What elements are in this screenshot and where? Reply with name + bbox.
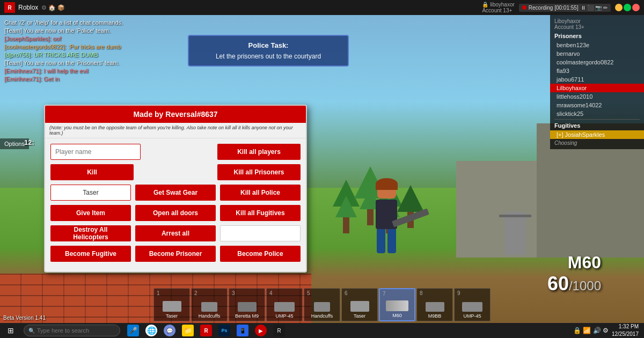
chat-line: [Team] You are now on the 'Police' team.	[4, 27, 151, 34]
inventory-slot-3[interactable]: 3 Beretta M9	[229, 288, 265, 321]
topbar-account: 🔒 liboyhaxorAccount 13+	[482, 2, 514, 13]
tray-icons: 🔒 📶 🔊 ⚙	[573, 327, 609, 334]
destroy-helicopters-button[interactable]: Destroy All Helicopters	[50, 225, 131, 241]
player-item: littlehoss2010	[550, 92, 644, 101]
chrome-icon: 🌐	[145, 325, 157, 336]
search-box[interactable]: 🔍	[24, 325, 120, 336]
game-time: 12:	[24, 138, 34, 146]
kill-all-fugitives-button2[interactable]	[220, 225, 301, 241]
file-explorer-button[interactable]: 📁	[179, 323, 196, 338]
slot-icon	[426, 302, 444, 312]
gui-header: Made by Reversal#8637	[45, 106, 306, 123]
player-item: benben123e	[550, 41, 644, 49]
backboard	[499, 215, 531, 217]
slot-icon	[163, 301, 181, 312]
chat-panel: Chat '/2' or '/help' for a list of chat …	[0, 15, 156, 88]
discord-button[interactable]: 💬	[161, 323, 178, 338]
maximize-button[interactable]	[624, 4, 631, 11]
gui-note: (Note: you must be on the opposite team …	[45, 123, 306, 138]
choosing-label: Choosing	[550, 139, 644, 147]
player-name-input[interactable]	[50, 144, 141, 160]
photoshop-icon: Ps	[218, 325, 230, 336]
prisoners-header: Prisoners	[550, 31, 644, 41]
become-prisoner-button[interactable]: Become Prisoner	[135, 246, 216, 262]
player-item: fla93	[550, 67, 644, 75]
hack-gui-panel: Made by Reversal#8637 (Note: you must be…	[44, 105, 307, 273]
roblox-button[interactable]: R	[197, 323, 215, 338]
inventory-slot-7-active[interactable]: 7 M60	[379, 288, 415, 321]
search-input[interactable]	[37, 327, 115, 334]
cortana-button[interactable]: 🎤	[125, 323, 142, 338]
get-swat-gear-button[interactable]: Get Swat Gear	[135, 185, 216, 201]
app9-button[interactable]: R	[270, 323, 288, 338]
kill-all-players-button[interactable]: Kill all players	[217, 144, 301, 160]
task-description: Let the prisoners out to the courtyard	[194, 53, 342, 60]
start-button[interactable]: ⊞	[0, 323, 21, 338]
player-item: slicktick25	[550, 109, 644, 118]
kill-button[interactable]: Kill	[50, 164, 134, 180]
slot-icon	[462, 302, 482, 312]
slot-icon	[350, 301, 369, 312]
gui-row-2: Kill Kill all Prisoners	[50, 164, 301, 180]
system-tray: 🔒 📶 🔊 ⚙ 1:32 PM 12/25/2017	[568, 323, 644, 338]
pole	[504, 212, 526, 255]
player-item: jabou6711	[550, 75, 644, 84]
chat-line: [Emirihnex71]: Get in	[4, 76, 151, 82]
chat-line: [djpro756]: UR TRICKS ARE DUMB	[4, 52, 151, 58]
folder-icon: 📁	[182, 325, 194, 336]
photoshop-button[interactable]: Ps	[216, 323, 233, 338]
gui-row-5: Destroy All Helicopters Arrest all	[50, 225, 301, 241]
recording-badge: Recording [00:01:55] ⏸ ⬛ 📷 ✏	[519, 4, 611, 12]
gui-row-1: Kill all players	[50, 144, 301, 160]
kill-all-fugitives-button[interactable]: Kill all Fugitives	[220, 205, 301, 221]
cortana-icon: 🎤	[127, 325, 139, 336]
media-button[interactable]: ▶	[252, 323, 269, 338]
player-list: LiboyhaxorAccount 13+ Prisoners benben12…	[550, 15, 644, 149]
window-controls[interactable]	[615, 4, 640, 11]
windows-taskbar: ⊞ 🔍 🎤 🌐 💬 📁 R Ps 📱 ▶ R	[0, 323, 644, 338]
close-button[interactable]	[632, 4, 640, 11]
chat-line: Chat '/2' or '/help' for a list of chat …	[4, 19, 151, 26]
taskbar-apps: 🎤 🌐 💬 📁 R Ps 📱 ▶ R	[125, 323, 568, 338]
chat-line: [Emirihnex71]: I will help the evil	[4, 68, 151, 74]
inventory-slot-6[interactable]: 6 Taser	[341, 288, 378, 321]
topbar-icons: ⚙ 🏠 📦	[41, 4, 65, 11]
slot-icon	[314, 302, 330, 312]
chat-line: [Team] You are now on the 'Prisoners' te…	[4, 60, 151, 66]
chat-line: [JosephSparkles]: oof	[4, 35, 151, 42]
gui-row-4: Give Item Open all doors Kill all Fugiti…	[50, 205, 301, 221]
become-fugitive-button[interactable]: Become Fugitive	[50, 246, 131, 262]
become-police-button[interactable]: Become Police	[220, 246, 301, 262]
chrome-button[interactable]: 🌐	[143, 323, 160, 338]
inventory-slot-2[interactable]: 2 Handcuffs	[191, 288, 228, 321]
rec-dot	[522, 5, 526, 10]
inventory-slot-4[interactable]: 4 UMP-45	[266, 288, 303, 321]
player-character	[365, 182, 408, 268]
roblox-logo: R	[4, 2, 15, 13]
player-item: bernarvo	[550, 49, 644, 58]
slot-icon	[238, 302, 257, 312]
arrest-all-button[interactable]: Arrest all	[135, 225, 216, 241]
minimize-button[interactable]	[615, 4, 623, 11]
give-item-button[interactable]: Give Item	[50, 205, 131, 221]
inventory-slot-1[interactable]: 1 Taser	[153, 288, 190, 321]
inventory-slot-9[interactable]: 9 UMP-45	[454, 288, 491, 321]
player-item: mrawsome14022	[550, 101, 644, 109]
slot-icon	[274, 302, 295, 312]
inventory-slot-8[interactable]: 8 M9BB	[416, 288, 453, 321]
task-title: Police Task:	[194, 41, 342, 49]
fugitives-header: Fugitives	[550, 121, 644, 130]
kill-all-police-button[interactable]: Kill all Police	[220, 185, 301, 201]
weapon-name: M60	[547, 253, 601, 273]
inventory-slot-5[interactable]: 5 Handcuffs	[304, 288, 340, 321]
window-title: Roblox	[18, 4, 38, 11]
taser-button[interactable]: Taser	[50, 185, 131, 201]
open-all-doors-button[interactable]: Open all doors	[135, 205, 216, 221]
discord-icon: 💬	[164, 325, 175, 336]
gui-body: Kill all players Kill Kill all Prisoners…	[45, 138, 306, 271]
gui-row-6: Become Fugitive Become Prisoner Become P…	[50, 246, 301, 262]
chat-line: [coolmastergordo0822]: :Pur tricks are d…	[4, 43, 151, 50]
slot-icon	[201, 302, 217, 312]
kill-all-prisoners-button[interactable]: Kill all Prisoners	[217, 164, 301, 180]
app7-button[interactable]: 📱	[234, 323, 251, 338]
